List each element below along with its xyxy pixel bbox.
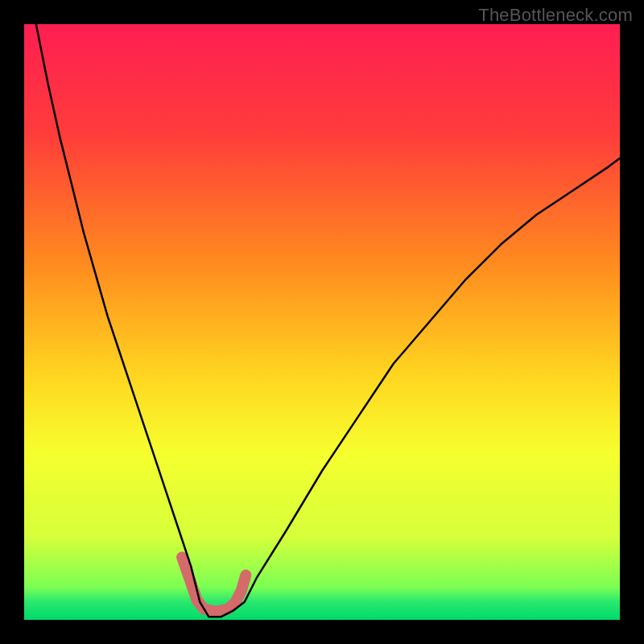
bottleneck-chart <box>0 0 644 644</box>
chart-stage: TheBottleneck.com <box>0 0 644 644</box>
watermark-text: TheBottleneck.com <box>478 5 633 26</box>
plot-background <box>24 24 620 620</box>
